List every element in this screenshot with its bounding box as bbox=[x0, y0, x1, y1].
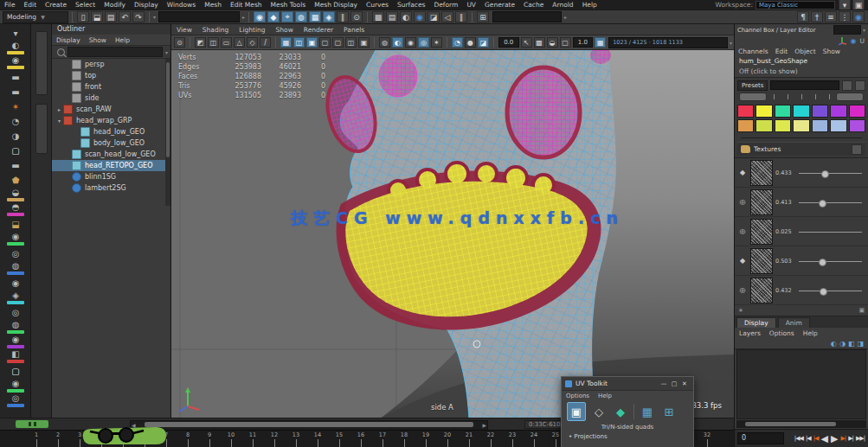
menu-item[interactable]: File bbox=[0, 1, 20, 9]
toolbar-icon[interactable]: ◫ bbox=[208, 37, 219, 48]
menu-item[interactable]: Help bbox=[594, 393, 616, 399]
menu-item[interactable]: Windows bbox=[163, 1, 200, 9]
color-swatch[interactable] bbox=[830, 119, 846, 132]
menu-item[interactable]: Edit bbox=[20, 1, 42, 9]
menu-item[interactable]: View bbox=[171, 26, 197, 34]
undo-icon[interactable]: ↶ bbox=[119, 11, 131, 22]
channel-display-hint[interactable]: Off (click to show) bbox=[735, 67, 868, 77]
outliner-item-head_RETOPO_GEO[interactable]: head_RETOPO_GEO bbox=[52, 160, 170, 171]
outliner-item-blinn1SG[interactable]: blinn1SG bbox=[52, 171, 170, 182]
toolbar-icon[interactable]: ◉ bbox=[414, 11, 426, 22]
toolbar-icon[interactable]: † bbox=[811, 11, 823, 22]
menu-item[interactable]: Select bbox=[71, 1, 100, 9]
texture-row[interactable]: ◎0.432 bbox=[735, 276, 868, 305]
uv-mode-button[interactable]: ▦ bbox=[639, 403, 656, 420]
toolbar-icon[interactable]: ▭ bbox=[221, 37, 232, 48]
toolbar-icon[interactable]: ◪ bbox=[428, 11, 440, 22]
toolbar-icon[interactable]: ◎ bbox=[418, 37, 429, 48]
toolbar-icon[interactable]: ◐ bbox=[400, 11, 412, 22]
color-swatch[interactable] bbox=[849, 119, 865, 132]
outliner-item-persp[interactable]: persp bbox=[52, 59, 170, 70]
workspace-dropdown[interactable]: Maya Classic bbox=[755, 1, 835, 10]
menu-item[interactable]: Help bbox=[111, 36, 134, 44]
playback-button[interactable]: ▶▶| bbox=[855, 435, 865, 442]
palette-button[interactable] bbox=[842, 80, 852, 91]
uv-toggle-icon[interactable]: U bbox=[860, 37, 865, 45]
outliner-item-head_wrap_GRP[interactable]: ▾head_wrap_GRP bbox=[52, 115, 170, 126]
layer-editor-icon[interactable]: ◑ bbox=[839, 340, 845, 348]
sidebar-tool-button[interactable]: ⬓ bbox=[0, 217, 31, 232]
selection-mask-field[interactable] bbox=[158, 11, 240, 22]
texture-thumbnail[interactable] bbox=[750, 219, 773, 245]
stamp-shape-icon[interactable]: ◎ bbox=[737, 227, 748, 235]
toolbar-icon[interactable]: ◪ bbox=[478, 37, 489, 48]
toolbar-icon[interactable]: ⊙ bbox=[350, 11, 363, 22]
menu-item[interactable]: Deform bbox=[429, 1, 462, 9]
toolbar-icon[interactable]: ▩ bbox=[534, 37, 545, 48]
slider-knob[interactable] bbox=[819, 259, 826, 266]
sidebar-tool-button[interactable]: ◐ bbox=[0, 41, 31, 55]
outliner-item-head_low_GEO[interactable]: head_low_GEO bbox=[52, 126, 170, 137]
palette-pill-button[interactable] bbox=[739, 93, 767, 101]
color-swatch[interactable] bbox=[849, 105, 865, 118]
toolbar-icon[interactable]: / bbox=[260, 37, 271, 48]
menu-item[interactable]: Options bbox=[765, 329, 799, 337]
menu-item[interactable]: UV bbox=[462, 1, 480, 9]
menu-item[interactable]: Mesh Tools bbox=[267, 1, 311, 9]
sidebar-tool-button[interactable]: ◧ bbox=[0, 349, 31, 364]
sidebar-tool-button[interactable]: ◔ bbox=[0, 114, 31, 129]
toolbar-icon[interactable]: ▢ bbox=[332, 37, 344, 48]
menu-item[interactable]: Show bbox=[85, 36, 111, 44]
toolbar-icon[interactable]: ◍ bbox=[295, 11, 307, 22]
sidebar-tool-button[interactable]: ◍ bbox=[0, 320, 31, 335]
toolbar-icon[interactable]: ✶ bbox=[431, 37, 442, 48]
slider-knob[interactable] bbox=[821, 170, 829, 178]
sidebar-tool-button[interactable]: ◈ bbox=[0, 291, 31, 305]
palette-slider[interactable] bbox=[741, 134, 862, 141]
stamp-shape-icon[interactable]: ◆ bbox=[737, 169, 748, 176]
sidebar-tool-button[interactable]: ◒ bbox=[0, 188, 31, 202]
maximize-button[interactable]: ▢ bbox=[669, 380, 679, 387]
uv-mode-button[interactable]: ▣ bbox=[567, 402, 586, 421]
toolbar-icon[interactable]: ◐ bbox=[392, 37, 403, 48]
menu-item[interactable]: Edit Mesh bbox=[226, 1, 267, 9]
texture-row[interactable]: ◎0.025 bbox=[735, 217, 868, 246]
outliner-item-scan_RAW[interactable]: ▸scan_RAW bbox=[52, 104, 170, 115]
sidebar-tool-button[interactable]: ▬ bbox=[0, 158, 31, 173]
menu-set-dropdown[interactable]: Modeling ▼ bbox=[3, 11, 68, 23]
menu-item[interactable]: Help bbox=[799, 329, 822, 337]
menu-item[interactable]: Mesh bbox=[200, 1, 226, 9]
toolbar-icon[interactable]: ▣ bbox=[306, 37, 318, 48]
slider-knob[interactable] bbox=[819, 200, 826, 208]
toolbar-icon[interactable]: ◉ bbox=[852, 11, 865, 22]
toolbar-icon[interactable]: ▢ bbox=[319, 37, 331, 48]
toolbar-icon[interactable]: ◆ bbox=[267, 11, 280, 22]
color-swatch[interactable] bbox=[775, 105, 791, 118]
sidebar-tool-button[interactable]: ▾ bbox=[0, 26, 31, 41]
color-swatch[interactable] bbox=[812, 105, 828, 118]
menu-item[interactable]: Options bbox=[562, 393, 594, 399]
gamma-field[interactable]: 1.0 bbox=[573, 37, 594, 48]
sidebar-tool-button[interactable]: ▢ bbox=[0, 364, 31, 379]
texture-row[interactable]: ◆0.433 bbox=[735, 158, 868, 188]
texture-strength-slider[interactable] bbox=[799, 198, 865, 207]
sidebar-tool-button[interactable]: ◉ bbox=[0, 232, 31, 246]
menu-item[interactable]: Display bbox=[52, 36, 85, 44]
sidebar-tool-button[interactable]: ◉ bbox=[0, 379, 31, 393]
layer-editor-icon[interactable]: ◧ bbox=[848, 340, 855, 348]
textures-section-button[interactable] bbox=[852, 144, 862, 155]
info-icon[interactable]: ◉ bbox=[851, 37, 857, 45]
toolbar-icon[interactable]: ▩ bbox=[372, 11, 384, 22]
menu-item[interactable]: Edit bbox=[772, 48, 792, 55]
toolbar-icon[interactable]: ◇ bbox=[247, 37, 258, 48]
color-swatch[interactable] bbox=[737, 105, 754, 118]
stamp-shape-icon[interactable]: ◆ bbox=[737, 257, 748, 265]
close-button[interactable]: ✕ bbox=[679, 380, 690, 387]
playback-button[interactable]: ▶| bbox=[847, 435, 854, 442]
redo-icon[interactable]: ↷ bbox=[132, 11, 145, 22]
color-swatch[interactable] bbox=[812, 119, 828, 132]
outliner-item-top[interactable]: top bbox=[52, 70, 170, 81]
input-line-field[interactable] bbox=[492, 11, 562, 22]
toolbar-icon[interactable]: ▦ bbox=[595, 37, 606, 48]
expand-icon[interactable]: ▾ bbox=[55, 118, 63, 124]
